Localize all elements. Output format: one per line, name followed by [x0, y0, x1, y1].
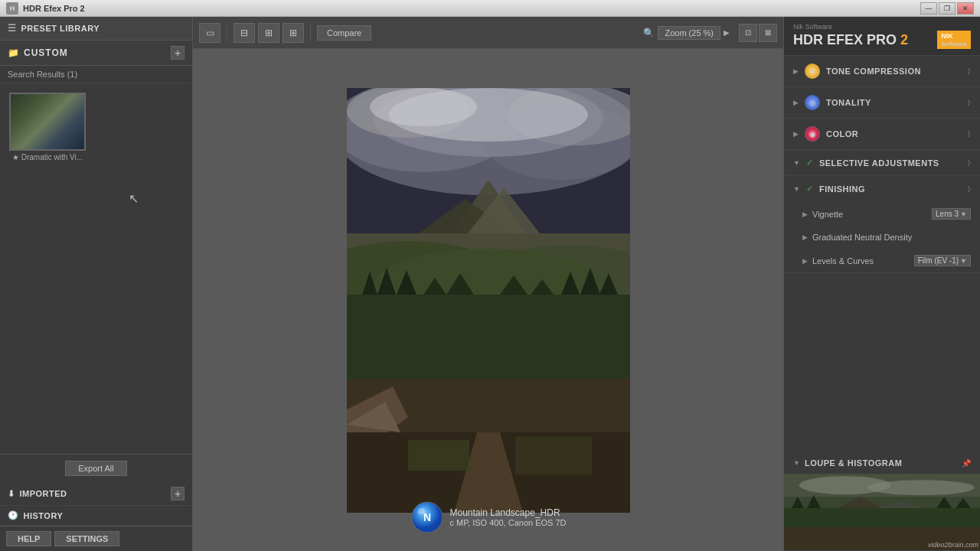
- levels-curves-dropdown-arrow: ▼: [960, 257, 967, 265]
- nik-software-label: Nik Software: [793, 23, 971, 31]
- photo-container: N Mountain Landscape_HDR c MP, ISO 400, …: [347, 88, 630, 513]
- zoom-control: 🔍 Zoom (25 %) ▶: [643, 26, 730, 40]
- svg-rect-34: [515, 436, 592, 474]
- loupe-toggle: ▼: [793, 459, 800, 467]
- svg-point-42: [868, 480, 975, 495]
- svg-rect-17: [347, 295, 630, 386]
- finishing-arrow: ⟩: [968, 185, 971, 193]
- minimize-button[interactable]: —: [920, 2, 937, 15]
- titlebar-left: H HDR Efex Pro 2: [6, 2, 85, 15]
- photo-title: Mountain Landscape_HDR: [449, 507, 566, 518]
- view-split-v-button[interactable]: ⊞: [258, 23, 279, 43]
- gnd-label: Graduated Neutral Density: [812, 233, 971, 242]
- photo-info: N Mountain Landscape_HDR c MP, ISO 400, …: [410, 500, 566, 534]
- color-section: ▶ ◉ COLOR ⟩: [784, 119, 980, 150]
- compare-button[interactable]: Compare: [317, 25, 371, 41]
- selective-adjustments-section: ▼ ✓ SELECTIVE ADJUSTMENTS ⟩: [784, 150, 980, 176]
- tone-compression-arrow: ⟩: [968, 67, 971, 75]
- close-button[interactable]: ✕: [957, 2, 974, 15]
- add-custom-button[interactable]: +: [171, 46, 185, 60]
- view-single-button[interactable]: ▭: [199, 23, 220, 43]
- color-header[interactable]: ▶ ◉ COLOR ⟩: [784, 119, 980, 149]
- help-button[interactable]: HELP: [6, 531, 51, 546]
- selective-adjustments-header[interactable]: ▼ ✓ SELECTIVE ADJUSTMENTS ⟩: [784, 150, 980, 175]
- settings-button[interactable]: SETTINGS: [54, 531, 119, 546]
- levels-curves-row: ▶ Levels & Curves Film (EV -1) ▼: [784, 248, 980, 272]
- loupe-header[interactable]: ▼ LOUPE & HISTOGRAM 📌: [784, 452, 980, 474]
- history-label: HISTORY: [24, 511, 64, 520]
- export-all-button[interactable]: Export All: [65, 461, 126, 476]
- hamburger-icon: ☰: [8, 23, 17, 34]
- folder-icon: 📁: [8, 47, 19, 58]
- tone-compression-title: TONE COMPRESSION: [826, 67, 962, 76]
- fit-view-button[interactable]: ⊡: [739, 24, 757, 42]
- toolbar-sep-2: [310, 24, 311, 42]
- app-number: 2: [900, 32, 908, 47]
- imported-label: IMPORTED: [20, 489, 67, 498]
- tonality-title: TONALITY: [826, 98, 962, 107]
- main-layout: ☰ PRESET LIBRARY 📁 CUSTOM + Search Resul…: [0, 17, 980, 551]
- photo-image: [347, 88, 630, 513]
- app-title-text: HDR EFEX PRO: [793, 32, 897, 47]
- app-icon: H: [6, 2, 18, 15]
- app-title: HDR EFEX PRO 2: [793, 32, 908, 48]
- zoom-display: Zoom (25 %): [658, 26, 720, 40]
- toolbar-sep-1: [227, 24, 227, 42]
- photo-svg: [347, 88, 630, 513]
- restore-button[interactable]: ❐: [939, 2, 956, 15]
- right-panel: Nik Software HDR EFEX PRO 2 NIK Software…: [783, 17, 980, 551]
- color-icon: ◉: [805, 126, 820, 142]
- preset-name: ★ Dramatic with Vi...: [12, 153, 83, 161]
- loupe-title: LOUPE & HISTOGRAM: [805, 458, 957, 468]
- vignette-dropdown[interactable]: Lens 3 ▼: [932, 208, 971, 220]
- photo-meta: c MP, ISO 400, Canon EOS 7D: [449, 518, 566, 527]
- view-split-h-button[interactable]: ⊟: [234, 23, 255, 43]
- custom-label: CUSTOM: [24, 47, 68, 58]
- left-panel: ☰ PRESET LIBRARY 📁 CUSTOM + Search Resul…: [0, 17, 193, 551]
- imported-section[interactable]: ⬇ IMPORTED +: [0, 482, 192, 506]
- preset-thumb-image: [11, 94, 84, 149]
- canvas-area: N Mountain Landscape_HDR c MP, ISO 400, …: [193, 49, 783, 551]
- loupe-pin: 📌: [962, 459, 971, 468]
- vignette-dropdown-arrow: ▼: [960, 210, 967, 218]
- tonality-arrow: ⟩: [968, 99, 971, 106]
- levels-curves-dropdown[interactable]: Film (EV -1) ▼: [914, 255, 971, 266]
- app-title-row: HDR EFEX PRO 2 NIK Software: [793, 31, 971, 49]
- full-view-button[interactable]: ⊠: [759, 24, 777, 42]
- titlebar: H HDR Efex Pro 2 — ❐ ✕: [0, 0, 980, 17]
- view-quad-button[interactable]: ⊞: [283, 23, 304, 43]
- preset-thumbnail: [9, 93, 86, 151]
- svg-rect-33: [408, 440, 469, 471]
- history-section[interactable]: 🕐 HISTORY: [0, 506, 192, 526]
- tonality-header[interactable]: ▶ ◎ TONALITY ⟩: [784, 87, 980, 118]
- levels-curves-toggle: ▶: [802, 257, 808, 265]
- preset-item[interactable]: ★ Dramatic with Vi...: [9, 93, 86, 161]
- zoom-arrow[interactable]: ▶: [724, 28, 730, 37]
- tone-compression-icon: ☀: [805, 64, 820, 79]
- finishing-header[interactable]: ▼ ✓ FINISHING ⟩: [784, 176, 980, 201]
- finishing-title: FINISHING: [819, 184, 962, 194]
- right-panel-header: Nik Software HDR EFEX PRO 2 NIK Software: [784, 17, 980, 56]
- tone-compression-toggle: ▶: [793, 67, 799, 75]
- photo-metadata: Mountain Landscape_HDR c MP, ISO 400, Ca…: [449, 507, 566, 527]
- finishing-section: ▼ ✓ FINISHING ⟩ ▶ Vignette Lens 3 ▼ ▶ Gr…: [784, 176, 980, 273]
- svg-text:N: N: [423, 511, 430, 523]
- history-icon: 🕐: [8, 510, 19, 520]
- selective-adjustments-title: SELECTIVE ADJUSTMENTS: [819, 158, 962, 168]
- tonality-toggle: ▶: [793, 99, 799, 106]
- add-imported-button[interactable]: +: [171, 487, 185, 500]
- finishing-check: ✓: [806, 184, 813, 194]
- custom-section-header: 📁 CUSTOM +: [0, 41, 192, 66]
- export-all-row: Export All: [0, 455, 192, 482]
- zoom-icon: 🔍: [643, 28, 655, 38]
- window-title: HDR Efex Pro 2: [23, 4, 85, 13]
- preset-library-header[interactable]: ☰ PRESET LIBRARY: [0, 17, 192, 41]
- tonality-icon: ◎: [805, 95, 820, 110]
- tone-compression-header[interactable]: ▶ ☀ TONE COMPRESSION ⟩: [784, 56, 980, 86]
- vignette-toggle: ▶: [802, 210, 808, 218]
- spacer: [784, 273, 980, 452]
- vignette-row: ▶ Vignette Lens 3 ▼: [784, 201, 980, 226]
- finishing-toggle: ▼: [793, 185, 800, 193]
- search-results-label: Search Results (1): [0, 66, 192, 83]
- imported-icon: ⬇: [8, 489, 15, 499]
